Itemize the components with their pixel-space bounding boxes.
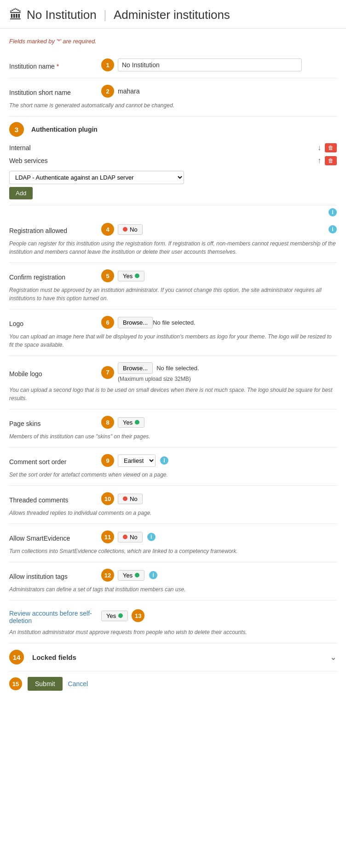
registration-info-icon[interactable]: i [329, 225, 337, 233]
review-accounts-dot [118, 613, 123, 618]
smart-evidence-info-icon[interactable]: i [147, 533, 156, 541]
review-accounts-label: Review accounts before self-deletion [9, 607, 101, 624]
step-badge-15: 15 [9, 677, 22, 690]
registration-allowed-desc: People can register for this institution… [9, 239, 337, 256]
institution-tags-row: Allow institution tags 12 Yes i Administ… [9, 562, 337, 600]
institution-name-row: Institution name * 1 [9, 52, 337, 78]
threaded-comments-value: No [130, 495, 138, 502]
page-skins-desc: Members of this institution can use "ski… [9, 432, 337, 441]
page-skins-label: Page skins [9, 417, 101, 427]
comment-sort-label: Comment sort order [9, 455, 101, 466]
registration-allowed-label: Registration allowed [9, 224, 101, 234]
institution-name-label: Institution name * [9, 60, 101, 70]
auth-plugin-dropdown[interactable]: LDAP - Authenticate against an LDAP serv… [9, 171, 184, 184]
step-badge-2: 2 [101, 85, 114, 98]
step-badge-6: 6 [101, 316, 114, 329]
auth-webservices-delete-btn[interactable]: 🗑 [325, 156, 337, 165]
institution-tags-value: Yes [123, 572, 133, 579]
confirm-registration-dot [135, 274, 139, 278]
page-header: 🏛 No Institution | Administer institutio… [0, 0, 346, 29]
auth-add-button[interactable]: Add [9, 187, 33, 199]
institution-tags-desc: Administrators can define a set of tags … [9, 585, 337, 594]
review-accounts-row: Review accounts before self-deletion Yes… [9, 600, 337, 643]
mobile-logo-max-upload: (Maximum upload size 32MB) [118, 376, 199, 382]
comment-sort-dropdown[interactable]: Earliest Latest [118, 454, 156, 467]
threaded-comments-dot [123, 496, 127, 501]
threaded-comments-toggle[interactable]: No [118, 494, 143, 504]
review-accounts-desc: An institution administrator must approv… [9, 628, 337, 636]
confirm-registration-value: Yes [123, 273, 133, 280]
page-skins-value: Yes [123, 419, 133, 426]
smart-evidence-desc: Turn collections into SmartEvidence coll… [9, 547, 337, 555]
confirm-registration-desc: Registration must be approved by an inst… [9, 286, 337, 303]
footer-bar: 15 Submit Cancel [9, 671, 337, 696]
review-accounts-toggle[interactable]: Yes [101, 611, 128, 621]
institution-icon: 🏛 [9, 7, 22, 23]
confirm-registration-toggle[interactable]: Yes [118, 271, 144, 281]
step-badge-14: 14 [9, 650, 24, 664]
step-badge-1: 1 [101, 58, 114, 71]
institution-name-input[interactable] [118, 58, 302, 71]
page-skins-row: Page skins 8 Yes Members of this institu… [9, 409, 337, 448]
smart-evidence-label: Allow SmartEvidence [9, 532, 101, 542]
auth-internal-delete-btn[interactable]: 🗑 [325, 143, 337, 152]
threaded-comments-row: Threaded comments 10 No Allows threaded … [9, 486, 337, 524]
step-badge-8: 8 [101, 416, 114, 429]
logo-row: Logo 6 Browse... No file selected. You c… [9, 309, 337, 356]
short-name-help: The short name is generated automaticall… [9, 101, 337, 110]
institution-tags-dot [135, 573, 139, 577]
smart-evidence-toggle[interactable]: No [118, 532, 143, 542]
page-skins-dot [135, 420, 139, 425]
step-badge-12: 12 [101, 569, 114, 582]
confirm-registration-label: Confirm registration [9, 271, 101, 281]
page-title: No Institution | Administer institutions [27, 8, 230, 22]
logo-browse-btn[interactable]: Browse... [118, 317, 153, 328]
auth-plugin-title: Authentication plugin [31, 126, 98, 133]
auth-plugin-row-internal: Internal ↓ 🗑 [9, 141, 337, 154]
step-badge-13: 13 [132, 609, 144, 622]
step-badge-9: 9 [101, 454, 114, 467]
mobile-logo-browse-btn[interactable]: Browse... [118, 362, 153, 374]
auth-webservices-up-arrow[interactable]: ↑ [317, 157, 321, 165]
mobile-logo-no-file: No file selected. [156, 365, 199, 372]
institution-tags-label: Allow institution tags [9, 570, 101, 580]
smart-evidence-value: No [130, 534, 138, 541]
logo-desc: You can upload an image here that will b… [9, 332, 337, 349]
institution-name-header: No Institution [27, 8, 97, 22]
threaded-comments-label: Threaded comments [9, 494, 101, 504]
mobile-logo-desc: You can upload a second logo that is to … [9, 386, 337, 402]
locked-fields-section[interactable]: 14 Locked fields ⌄ [9, 643, 337, 671]
registration-allowed-dot [123, 227, 127, 232]
submit-button[interactable]: Submit [28, 677, 63, 691]
auth-info-icon[interactable]: i [329, 208, 337, 216]
administer-title: Administer institutions [114, 8, 230, 22]
smart-evidence-row: Allow SmartEvidence 11 No i Turn collect… [9, 524, 337, 562]
logo-label: Logo [9, 317, 101, 327]
required-note: Fields marked by '*' are required. [9, 38, 337, 45]
logo-no-file: No file selected. [153, 319, 196, 326]
mobile-logo-label: Mobile logo [9, 367, 101, 378]
auth-plugin-row-webservices: Web services ↑ 🗑 [9, 154, 337, 167]
locked-fields-title: Locked fields [32, 653, 330, 661]
registration-allowed-toggle[interactable]: No [118, 224, 143, 235]
locked-fields-chevron-icon: ⌄ [330, 652, 337, 662]
review-accounts-value: Yes [106, 612, 116, 619]
step-badge-5: 5 [101, 269, 114, 282]
smart-evidence-dot [123, 535, 127, 539]
comment-sort-order-row: Comment sort order 9 Earliest Latest i S… [9, 448, 337, 486]
institution-tags-toggle[interactable]: Yes [118, 570, 144, 581]
page-skins-toggle[interactable]: Yes [118, 417, 144, 428]
short-name-value: mahara [118, 87, 139, 95]
authentication-plugin-section: 3 Authentication plugin Internal ↓ 🗑 Web… [9, 117, 337, 205]
step-badge-7: 7 [101, 366, 114, 379]
step-badge-3: 3 [9, 122, 24, 137]
short-name-label: Institution short name [9, 86, 101, 96]
auth-webservices-label: Web services [9, 157, 314, 164]
main-content: Fields marked by '*' are required. Insti… [0, 33, 346, 705]
confirm-registration-row: Confirm registration 5 Yes Registration … [9, 263, 337, 309]
institution-tags-info-icon[interactable]: i [149, 571, 157, 579]
registration-allowed-row: Registration allowed 4 No i People can r… [9, 216, 337, 263]
comment-sort-info-icon[interactable]: i [160, 456, 168, 465]
auth-internal-down-arrow[interactable]: ↓ [317, 144, 321, 152]
cancel-link[interactable]: Cancel [68, 680, 88, 687]
